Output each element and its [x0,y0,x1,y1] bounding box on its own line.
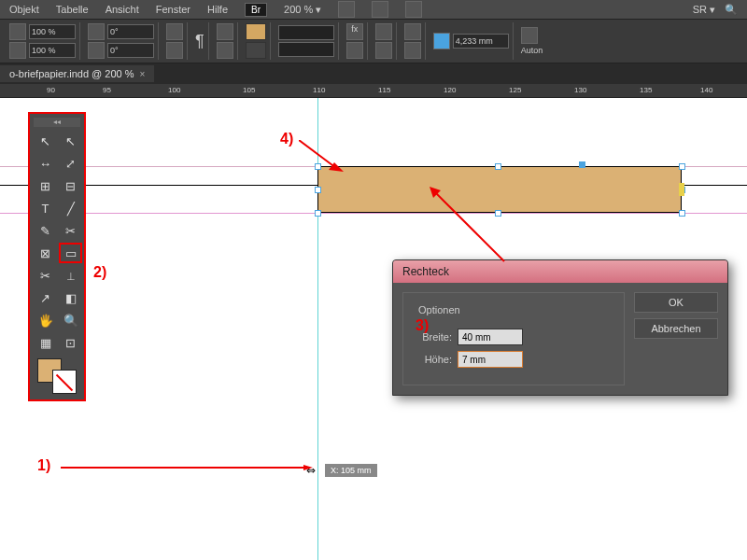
dimension-input[interactable] [453,34,509,49]
tool-panel[interactable]: ◂◂ ↖ ↖ ↔ ⤢ ⊞ ⊟ T ╱ ✎ ✂ ⊠ ▭ ✂ ⟂ ↗ ◧ 🖐 🔍 ▦… [28,112,86,401]
gradient-feather-tool[interactable]: ◧ [59,287,82,308]
auto-label[interactable]: Auton [521,46,543,55]
height-input[interactable] [458,351,523,368]
zoom-tool[interactable]: 🔍 [59,310,82,330]
ruler-tick: 115 [378,86,390,94]
cancel-button[interactable]: Abbrechen [634,318,718,339]
width-input[interactable] [458,329,523,345]
menu-objekt[interactable]: Objekt [9,4,39,15]
scale-x-input[interactable] [29,24,76,39]
pen-tool[interactable]: ✎ [34,220,57,241]
selection-handle[interactable] [315,187,321,193]
document-tabbar: o-briefpapier.indd @ 200 % × [0,63,747,84]
distribute-icon[interactable] [217,42,233,59]
wrap2-icon[interactable] [375,42,392,59]
flip-v-icon[interactable] [166,42,183,59]
hand-tool[interactable]: 🖐 [34,310,57,330]
arrow-3-to-rect [430,187,523,266]
selection-handle[interactable] [315,210,321,217]
scale-y-input[interactable] [29,43,76,58]
workspace-switcher[interactable]: SR ▾ [693,4,715,16]
ruler-tick: 110 [313,86,325,94]
flip-h-icon[interactable] [166,23,183,40]
coordinate-tooltip: X: 105 mm [325,464,377,477]
menu-fenster[interactable]: Fenster [156,4,190,15]
menu-tabelle[interactable]: Tabelle [56,4,89,15]
direct-selection-tool[interactable]: ↖ [59,131,82,151]
align-icon[interactable] [217,23,233,40]
ruler-tick: 130 [574,86,586,94]
annotation-4: 4) [280,131,293,147]
selection-handle[interactable] [679,210,685,217]
selection-handle[interactable] [579,161,585,168]
stroke-style[interactable] [278,25,334,40]
shear-icon[interactable] [88,42,105,59]
arrow-1 [61,465,313,470]
screen-mode-icon[interactable] [372,1,388,18]
menu-hilfe[interactable]: Hilfe [207,4,228,15]
options-label: Optionen [415,304,464,315]
frame-tool[interactable]: ⊠ [34,243,57,263]
content-placer-tool[interactable]: ⊟ [59,175,82,196]
svg-line-4 [434,191,504,261]
ref-point-icon[interactable] [9,23,26,40]
selection-handle[interactable] [679,163,685,170]
rectangle-tool[interactable]: ▭ [59,243,82,263]
content-collector-tool[interactable]: ⊞ [34,175,57,196]
frame-fit-icon[interactable] [433,33,450,49]
page-tool[interactable]: ↔ [34,153,57,174]
menu-ansicht[interactable]: Ansicht [106,4,139,15]
arrange-icon[interactable] [405,1,422,18]
control-toolbar: ¶ fx Auton [0,19,747,63]
annotation-2: 2) [93,264,106,281]
zoom-level[interactable]: 200 % ▾ [284,4,321,16]
line-tool[interactable]: ╱ [59,198,82,218]
free-transform-tool[interactable]: ⟂ [59,265,82,286]
type-tool[interactable]: T [34,198,57,218]
extra-icon[interactable] [521,27,538,44]
opacity-icon[interactable] [346,42,363,59]
corner2-icon[interactable] [404,42,421,59]
wrap1-icon[interactable] [375,23,392,40]
rotate-icon[interactable] [88,23,105,40]
document-tab[interactable]: o-briefpapier.indd @ 200 % × [0,65,154,82]
ruler-tick: 135 [640,86,652,94]
close-icon[interactable]: × [139,69,145,79]
scissors-tool[interactable]: ✂ [34,265,57,286]
link-icon[interactable] [9,42,26,59]
gap-tool[interactable]: ⤢ [59,153,82,174]
search-icon[interactable]: 🔍 [725,4,738,16]
paragraph-icon[interactable]: ¶ [195,32,204,51]
stroke-color-swatch[interactable] [52,370,77,394]
gradient-swatch-tool[interactable]: ↗ [34,287,57,308]
annotation-1: 1) [37,457,50,474]
panel-grip[interactable]: ◂◂ [34,118,80,127]
fx-icon[interactable]: fx [346,23,363,40]
rectangle-dialog[interactable]: Rechteck Optionen Breite: Höhe: OK Abbre… [392,259,728,396]
selection-tool[interactable]: ↖ [34,131,57,151]
ruler-tick: 100 [168,86,180,94]
view-mode-icon[interactable] [338,1,355,18]
tab-title: o-briefpapier.indd @ 200 % [9,68,134,79]
fill-swatch[interactable] [246,23,266,40]
stroke-weight[interactable] [278,42,334,57]
note-tool[interactable]: ▦ [34,332,57,353]
rotate-input[interactable] [107,24,154,39]
stroke-swatch[interactable] [246,42,266,59]
eyedropper-tool[interactable]: ⊡ [59,332,82,353]
ok-button[interactable]: OK [634,292,718,313]
selection-handle[interactable] [495,163,501,170]
ruler-tick: 105 [243,86,255,94]
height-label: Höhe: [415,354,452,365]
out-port[interactable] [679,183,684,196]
horizontal-ruler[interactable]: 90 95 100 105 110 115 120 125 130 135 14… [0,84,747,98]
ruler-tick: 125 [509,86,521,94]
shear-input[interactable] [107,43,154,58]
corner1-icon[interactable] [404,23,421,40]
annotation-3: 3) [416,317,429,334]
ruler-tick: 95 [103,86,111,94]
bridge-badge[interactable]: Br [245,3,267,17]
ruler-tick: 90 [47,86,55,94]
pencil-tool[interactable]: ✂ [59,220,82,241]
guide-h[interactable] [0,213,747,214]
